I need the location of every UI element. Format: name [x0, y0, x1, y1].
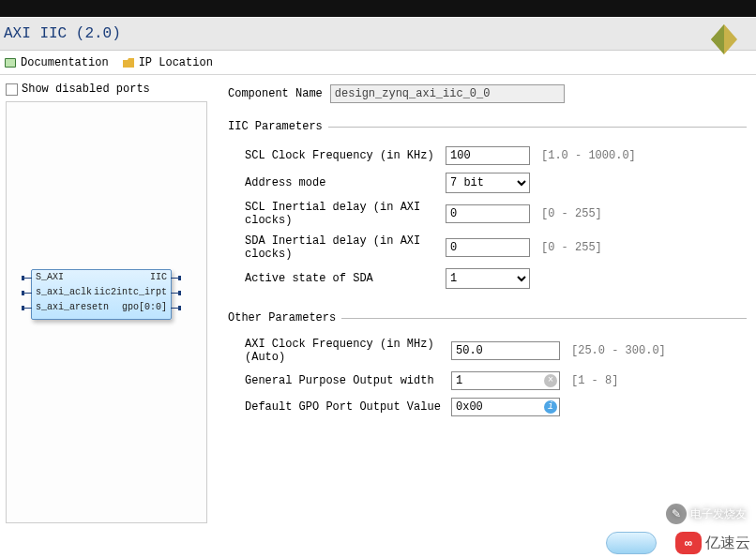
- port-s-axi-aclk: s_axi_aclk: [36, 287, 92, 297]
- right-panel: Component Name IIC Parameters SCL Clock …: [211, 75, 756, 558]
- iic-parameters-legend: IIC Parameters: [228, 120, 328, 133]
- watermark-elecfans-text: 电子发烧友: [690, 506, 747, 522]
- iic-parameters-group: IIC Parameters SCL Clock Frequency (in K…: [228, 120, 747, 296]
- component-name-label: Component Name: [228, 87, 323, 100]
- address-mode-label: Address mode: [245, 176, 446, 189]
- scl-inertial-label: SCL Inertial delay (in AXI clocks): [245, 201, 446, 227]
- port-s-axi: S_AXI: [36, 272, 64, 282]
- scl-freq-input[interactable]: [446, 146, 530, 165]
- window-top-strip: [0, 0, 756, 17]
- folder-icon: [122, 56, 135, 69]
- ip-location-label: IP Location: [139, 56, 213, 69]
- title-bar: AXI IIC (2.0): [0, 17, 756, 51]
- documentation-link[interactable]: Documentation: [4, 56, 109, 69]
- other-parameters-legend: Other Parameters: [228, 311, 341, 324]
- watermark-elecfans: ✎ 电子发烧友: [666, 504, 747, 524]
- watermark-yisu: ∞ 亿速云: [675, 532, 750, 554]
- axi-clk-input[interactable]: [451, 341, 560, 360]
- ip-preview: S_AXI IIC s_axi_aclk iic2intc_irpt s_axi…: [6, 101, 207, 523]
- info-icon[interactable]: i: [544, 400, 557, 414]
- port-gpo: gpo[0:0]: [122, 302, 167, 312]
- documentation-label: Documentation: [21, 56, 109, 69]
- ok-button[interactable]: [606, 532, 657, 554]
- component-name-field: [330, 84, 565, 103]
- gpo-default-label: Default GPO Port Output Value: [245, 400, 451, 414]
- toolbar: Documentation IP Location: [0, 51, 756, 75]
- scl-inertial-hint: [0 - 255]: [541, 207, 602, 220]
- book-icon: [4, 56, 17, 69]
- sda-inertial-hint: [0 - 255]: [541, 241, 602, 254]
- show-disabled-ports-checkbox[interactable]: [6, 83, 18, 96]
- active-sda-select[interactable]: 1: [446, 268, 530, 289]
- ip-block: S_AXI IIC s_axi_aclk iic2intc_irpt s_axi…: [31, 269, 181, 320]
- watermark-yisu-text: 亿速云: [705, 534, 750, 553]
- other-parameters-group: Other Parameters AXI Clock Frequency (in…: [228, 311, 747, 424]
- sda-inertial-input[interactable]: [446, 238, 530, 257]
- axi-clk-label: AXI Clock Frequency (in MHz) (Auto): [245, 338, 451, 364]
- active-sda-label: Active state of SDA: [245, 272, 446, 285]
- svg-marker-1: [711, 24, 724, 54]
- clear-icon[interactable]: ×: [544, 374, 557, 387]
- sda-inertial-label: SDA Inertial delay (in AXI clocks): [245, 234, 446, 261]
- port-iic: IIC: [150, 272, 167, 282]
- ip-title: AXI IIC (2.0): [4, 25, 121, 42]
- scl-inertial-input[interactable]: [446, 204, 530, 223]
- left-panel: Show disabled ports S_AXI IIC s_axi_aclk…: [0, 75, 211, 558]
- port-s-axi-aresetn: s_axi_aresetn: [36, 302, 109, 312]
- scl-freq-hint: [1.0 - 1000.0]: [541, 149, 636, 162]
- gpo-width-label: General Purpose Output width: [245, 374, 451, 387]
- watermark-yisu-icon: ∞: [675, 532, 702, 554]
- axi-clk-hint: [25.0 - 300.0]: [571, 344, 666, 357]
- address-mode-select[interactable]: 7 bit: [446, 173, 530, 193]
- ip-location-link[interactable]: IP Location: [122, 56, 213, 69]
- show-disabled-ports-label: Show disabled ports: [22, 83, 150, 96]
- gpo-width-hint: [1 - 8]: [571, 374, 618, 387]
- ip-block-rect: S_AXI IIC s_axi_aclk iic2intc_irpt s_axi…: [31, 269, 172, 320]
- scl-freq-label: SCL Clock Frequency (in KHz): [245, 149, 446, 162]
- port-iic2intc-irpt: iic2intc_irpt: [94, 287, 167, 297]
- vivado-logo-icon: [707, 23, 741, 56]
- svg-rect-3: [6, 59, 15, 67]
- watermark-circle-icon: ✎: [666, 504, 687, 524]
